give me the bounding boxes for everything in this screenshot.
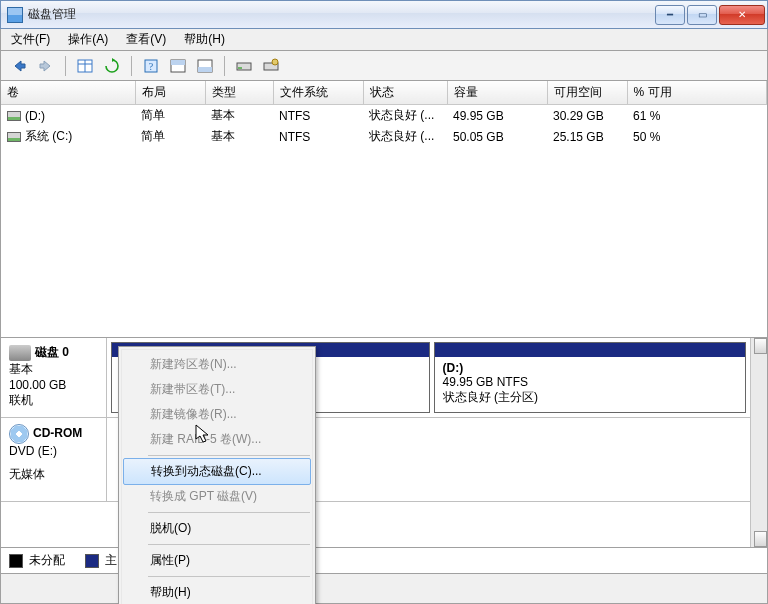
col-layout[interactable]: 布局 [135,81,205,105]
menu-help[interactable]: 帮助(H) [178,29,231,50]
window-controls: ━ ▭ ✕ [655,5,765,25]
svg-rect-8 [198,67,212,72]
context-menu: 新建跨区卷(N)... 新建带区卷(T)... 新建镜像卷(R)... 新建 R… [118,346,316,604]
toolbar-separator [131,56,132,76]
vol-pct: 50 % [627,126,767,147]
legend-bar: 未分配 主 [0,548,768,574]
disk-type: 基本 [9,361,98,378]
toolbar-separator [65,56,66,76]
disk-legend-cdrom[interactable]: CD-ROM DVD (E:) 无媒体 [1,418,107,501]
toolbar-layout-top-button[interactable] [166,54,190,78]
toolbar-table-button[interactable] [73,54,97,78]
table-row[interactable]: (D:) 简单 基本 NTFS 状态良好 (... 49.95 GB 30.29… [1,105,767,127]
cm-separator [148,512,310,513]
col-free[interactable]: 可用空间 [547,81,627,105]
partition-status: 状态良好 (主分区) [443,389,737,406]
table-row[interactable]: 系统 (C:) 简单 基本 NTFS 状态良好 (... 50.05 GB 25… [1,126,767,147]
scrollbar[interactable] [750,338,767,547]
disk-name: 磁盘 0 [35,345,69,359]
col-status[interactable]: 状态 [363,81,447,105]
disk-hdd-icon [9,345,31,361]
vol-name: 系统 (C:) [25,129,72,143]
minimize-button[interactable]: ━ [655,5,685,25]
volume-table: 卷 布局 类型 文件系统 状态 容量 可用空间 % 可用 (D:) 简单 基本 … [1,81,767,147]
cdrom-name: CD-ROM [33,426,82,440]
cm-convert-dynamic[interactable]: 转换到动态磁盘(C)... [123,458,311,485]
disk-row-0: 磁盘 0 基本 100.00 GB 联机 (D:) 49.95 GB NTFS … [1,338,750,418]
toolbar-separator [224,56,225,76]
partition-header [435,343,745,357]
volume-list: 卷 布局 类型 文件系统 状态 容量 可用空间 % 可用 (D:) 简单 基本 … [0,81,768,338]
cdrom-state: 无媒体 [9,466,98,483]
cm-properties[interactable]: 属性(P) [122,548,312,573]
toolbar: ? [0,51,768,81]
cm-new-stripe[interactable]: 新建带区卷(T)... [122,377,312,402]
toolbar-layout-bottom-button[interactable] [193,54,217,78]
drive-icon [7,111,21,121]
vol-capacity: 50.05 GB [447,126,547,147]
vol-pct: 61 % [627,105,767,127]
forward-button[interactable] [34,54,58,78]
title-bar: 磁盘管理 ━ ▭ ✕ [0,0,768,29]
back-arrow-icon [11,58,27,74]
vol-name: (D:) [25,109,45,123]
layout-top-icon [170,58,186,74]
menu-file[interactable]: 文件(F) [5,29,56,50]
layout-bottom-icon [197,58,213,74]
toolbar-disk-button[interactable] [232,54,256,78]
col-volume[interactable]: 卷 [1,81,135,105]
close-button[interactable]: ✕ [719,5,765,25]
vol-free: 25.15 GB [547,126,627,147]
toolbar-settings-button[interactable] [259,54,283,78]
partition-name: (D:) [443,361,737,375]
partition-size: 49.95 GB NTFS [443,375,737,389]
cm-offline[interactable]: 脱机(O) [122,516,312,541]
svg-point-12 [272,59,278,65]
disk-state: 联机 [9,392,98,409]
back-button[interactable] [7,54,31,78]
disk-row-cdrom: CD-ROM DVD (E:) 无媒体 [1,418,750,502]
legend-swatch-unalloc [9,554,23,568]
forward-arrow-icon [38,58,54,74]
app-icon [7,7,23,23]
vol-fs: NTFS [273,105,363,127]
legend-primary-label: 主 [105,552,117,569]
cm-help[interactable]: 帮助(H) [122,580,312,604]
col-capacity[interactable]: 容量 [447,81,547,105]
col-fs[interactable]: 文件系统 [273,81,363,105]
cm-convert-gpt[interactable]: 转换成 GPT 磁盘(V) [122,484,312,509]
svg-text:?: ? [149,61,154,72]
cdrom-icon [9,424,29,444]
toolbar-refresh-button[interactable] [100,54,124,78]
vol-status: 状态良好 (... [363,126,447,147]
toolbar-help-button[interactable]: ? [139,54,163,78]
graphical-view: 磁盘 0 基本 100.00 GB 联机 (D:) 49.95 GB NTFS … [0,338,768,548]
partition-d[interactable]: (D:) 49.95 GB NTFS 状态良好 (主分区) [434,342,746,413]
vol-type: 基本 [205,105,273,127]
menu-action[interactable]: 操作(A) [62,29,114,50]
cm-new-span[interactable]: 新建跨区卷(N)... [122,352,312,377]
cm-separator [148,455,310,456]
maximize-button[interactable]: ▭ [687,5,717,25]
drive-icon [7,132,21,142]
cm-separator [148,576,310,577]
col-pct[interactable]: % 可用 [627,81,767,105]
disk-legend-0[interactable]: 磁盘 0 基本 100.00 GB 联机 [1,338,107,417]
cm-new-mirror[interactable]: 新建镜像卷(R)... [122,402,312,427]
settings-icon [263,58,279,74]
disk-size: 100.00 GB [9,378,98,392]
help-icon: ? [143,58,159,74]
window-title: 磁盘管理 [28,6,76,23]
vol-capacity: 49.95 GB [447,105,547,127]
svg-rect-6 [171,60,185,65]
menu-view[interactable]: 查看(V) [120,29,172,50]
vol-type: 基本 [205,126,273,147]
cm-new-raid5[interactable]: 新建 RAID-5 卷(W)... [122,427,312,452]
cm-separator [148,544,310,545]
vol-status: 状态良好 (... [363,105,447,127]
vol-layout: 简单 [135,126,205,147]
svg-rect-10 [238,67,242,69]
col-type[interactable]: 类型 [205,81,273,105]
disk-icon [236,58,252,74]
legend-unalloc-label: 未分配 [29,552,65,569]
